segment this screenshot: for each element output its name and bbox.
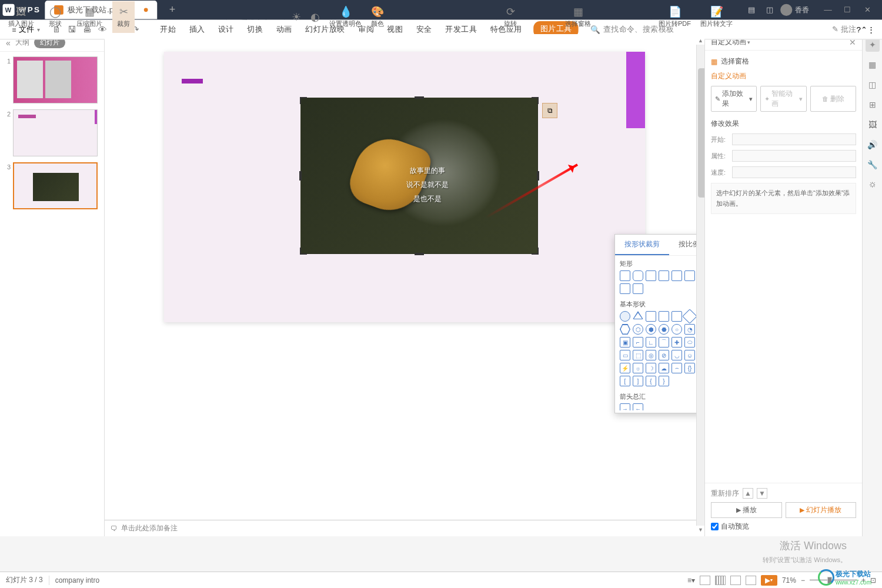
zoom-in-button[interactable]: + [861,576,866,584]
shape-plus[interactable]: ✚ [671,337,682,348]
crop-handle-tr[interactable] [532,97,539,104]
shape-button[interactable]: ◯形状 [44,1,66,33]
selection-pane-button[interactable]: ▦选择窗格 [560,1,596,33]
sorter-view-button[interactable] [715,576,726,585]
slide[interactable]: 故事里的事 说不是就不是 是也不是 ⧉ [164,52,645,322]
color-button[interactable]: 🎨颜色 [366,1,389,33]
shape-bevel[interactable]: ⬚ [633,350,643,360]
shape-sun[interactable]: ☼ [633,363,643,373]
shape-rounded-rect[interactable] [633,270,643,281]
new-tab-button[interactable]: + [162,1,182,19]
shape-bracket3[interactable]: [ [620,376,630,386]
selected-image[interactable]: 故事里的事 说不是就不是 是也不是 ⧉ [300,98,538,254]
maximize-button[interactable]: ☐ [838,1,857,19]
shape-arc[interactable]: ⌒ [659,337,669,348]
color-icon: 🎨 [371,5,384,18]
zoom-value[interactable]: 71% [782,576,796,584]
brightness-button[interactable]: ☀ [287,1,306,33]
crop-handle-t[interactable] [415,96,424,99]
shape-round-rect2[interactable] [684,270,695,281]
shape-snip2-rect[interactable] [659,270,669,281]
shape-moon[interactable]: ☽ [646,363,656,373]
notes-placeholder: 单击此处添加备注 [121,523,178,533]
shape-diamond[interactable] [682,309,697,323]
shape-round-rect5[interactable] [633,283,643,294]
close-button[interactable]: ✕ [858,1,877,19]
shape-decagon[interactable]: ⬣ [659,324,669,335]
transparency-button[interactable]: 💧设置透明色 [325,1,366,33]
notes-view-button[interactable] [746,576,756,585]
shape-arrow-l[interactable]: ← [633,403,643,410]
shape-minus[interactable]: ⬭ [684,337,695,348]
shape-snip-rect[interactable] [646,270,656,281]
minimize-button[interactable]: — [818,1,837,19]
compress-button[interactable]: ▦压缩图片 [72,1,107,33]
slideshow-play-button[interactable]: ▶▾ [761,575,777,586]
user-avatar[interactable] [780,4,792,16]
shape-donut[interactable]: ◎ [646,350,656,360]
rotate-button[interactable]: ⟳旋转 [499,1,522,33]
crop-by-shape-tab[interactable]: 按形状裁剪 [615,235,669,255]
fit-button[interactable]: ⊡ [870,576,876,584]
docs-icon[interactable]: ▤ [743,2,759,18]
crop-handle-br[interactable] [532,248,539,255]
crop-handle-l[interactable] [299,171,302,181]
shape-octagon[interactable]: ⬢ [646,324,656,335]
gift-icon[interactable]: ◫ [762,2,778,18]
shape-brace[interactable]: { [646,376,656,386]
shape-triangle[interactable] [633,311,643,319]
crop-handle-bl[interactable] [300,248,307,255]
pdf-icon: 📄 [669,5,681,18]
to-pdf-button[interactable]: 📄图片转PDF [654,1,696,33]
review-button[interactable]: ✎ 批注 [832,24,857,35]
contrast-button[interactable]: ◐ [306,1,325,33]
slide-thumbnail-2[interactable] [13,109,98,156]
collapse-ribbon-icon[interactable]: ⌃ [861,25,867,34]
reading-view-button[interactable] [730,576,741,585]
vertical-scrollbar[interactable]: ▲ ▼ [696,45,704,526]
shape-round-rect4[interactable] [620,283,630,294]
crop-options-button[interactable]: ⧉ [542,103,557,118]
crop-handle-b[interactable] [415,253,424,255]
shape-no[interactable]: ⊘ [659,350,669,360]
crop-button[interactable]: ✂裁剪 [112,1,135,33]
shape-cube[interactable]: ▭ [620,350,630,360]
shape-l[interactable]: ∟ [646,337,656,348]
more-icon[interactable]: ⋮ [867,25,875,34]
to-text-button[interactable]: 📝图片转文字 [696,1,737,33]
shape-parallelogram[interactable] [659,311,669,322]
shape-pie[interactable]: ◔ [684,324,695,335]
shape-hexagon[interactable] [620,324,630,335]
shape-heptagon[interactable]: ⬡ [633,324,643,335]
notes-area[interactable]: 🗨 单击此处添加备注 [105,520,696,536]
shape-cloud[interactable]: ☁ [659,363,669,373]
shape-arc2[interactable]: ⌢ [671,363,682,373]
normal-view-button[interactable] [700,576,710,585]
shape-brace2[interactable]: } [659,376,669,386]
notes-toggle-icon[interactable]: ≡▾ [687,576,695,584]
shape-dodecagon[interactable]: ○ [671,324,682,335]
shape-arrow-r[interactable]: → [620,403,630,410]
shape-ellipse[interactable] [620,311,630,322]
shape-snip-diag-rect[interactable] [671,270,682,281]
shape-block-arc[interactable]: ◡ [671,350,682,360]
shape-rect[interactable] [620,270,630,281]
crop-handle-r[interactable] [537,171,539,181]
slide-thumbnail-1[interactable] [13,56,98,103]
crop-shape-popup: 按形状裁剪 按比例裁剪 矩形 基本形状 [614,234,704,413]
shape-half-frame[interactable]: ⌐ [633,337,643,348]
help-icon[interactable]: ? [857,25,861,34]
shape-smiley[interactable]: ☺ [684,350,695,360]
zoom-slider[interactable] [810,579,857,581]
slide-thumbnail-3[interactable] [13,162,98,209]
shape-bracket1[interactable]: {} [684,363,695,373]
crop-icon: ✂ [119,5,128,18]
zoom-out-button[interactable]: − [801,576,805,584]
shape-bracket4[interactable]: ] [633,376,643,386]
shape-trapezoid[interactable] [671,311,682,322]
shape-frame[interactable]: ▣ [620,337,630,348]
shape-right-triangle[interactable] [646,311,656,322]
insert-picture-button[interactable]: 🖼插入图片 [4,1,39,33]
crop-handle-tl[interactable] [300,97,307,104]
shape-lightning[interactable]: ⚡ [620,363,630,373]
